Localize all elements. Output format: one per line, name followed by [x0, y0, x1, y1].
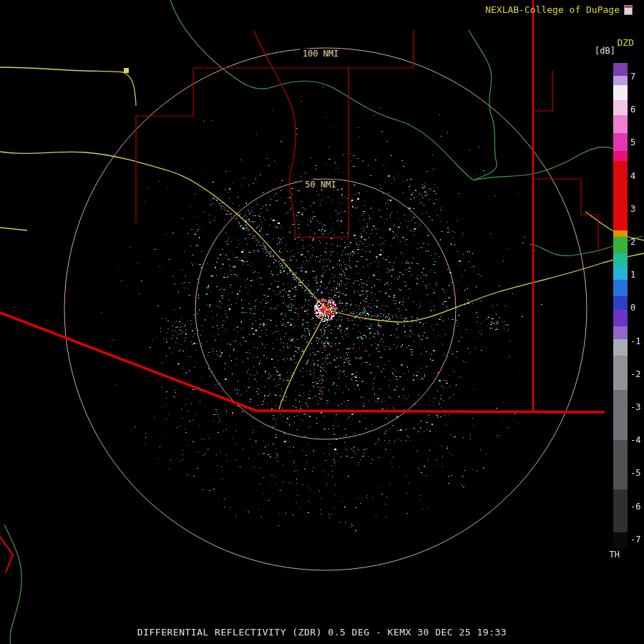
county-border-path [348, 30, 414, 68]
colorbar-segment [613, 339, 628, 356]
colorbar-segment [613, 115, 628, 133]
colorbar-tick: -2 [630, 369, 640, 379]
colorbar-tick: 5 [630, 137, 635, 147]
highway-path [279, 309, 326, 409]
colorbar-segment [613, 326, 628, 339]
colorbar-segment [613, 253, 628, 266]
colorbar-tick: -1 [630, 336, 640, 346]
colorbar-segment [613, 489, 628, 532]
colorbar-units-label: [dB] [595, 46, 615, 56]
river-path [4, 525, 21, 644]
town-marker [124, 68, 129, 73]
colorbar-segment [613, 100, 628, 115]
range-ring-50nmi [195, 179, 456, 439]
colorbar-segment [613, 390, 628, 439]
colorbar-segment [613, 161, 628, 230]
colorbar-segment [613, 85, 628, 100]
colorbar-threshold-label: TH [610, 550, 620, 560]
colorbar-segment [613, 63, 628, 76]
colorbar-tick: -6 [630, 502, 640, 512]
colorbar-tick: -4 [630, 435, 640, 445]
colorbar-segment [613, 230, 628, 237]
colorbar-segment [613, 296, 628, 309]
colorbar-tick: -3 [630, 402, 640, 412]
highway-path [0, 228, 27, 230]
state-border-path [0, 537, 13, 572]
colorbar-segment [613, 440, 628, 489]
colorbar-field-label: DZD [618, 37, 634, 48]
colorbar-segment [613, 532, 628, 548]
map-overlay [0, 0, 644, 644]
highway-path [0, 67, 136, 106]
colorbar-tick: 2 [630, 237, 635, 247]
river-path [170, 0, 474, 180]
county-border-path [533, 70, 598, 249]
range-ring-label-50nmi: 50 NMI [303, 180, 338, 190]
colorbar-segment [613, 356, 628, 390]
product-caption: DIFFERENTIAL REFLECTIVITY (ZDR) 0.5 DEG … [0, 627, 644, 638]
radar-display: NEXLAB-College of DuPage DZD [dB] TH 765… [0, 0, 644, 644]
colorbar-tick: -7 [630, 535, 640, 545]
colorbar-tick: 3 [630, 204, 635, 214]
range-ring-label-100nmi: 100 NMI [301, 49, 341, 59]
state-border-path [256, 411, 605, 412]
branding-text: NEXLAB-College of DuPage [485, 4, 620, 15]
county-border-path [136, 68, 348, 238]
branding: NEXLAB-College of DuPage [485, 4, 633, 15]
colorbar-segment [613, 280, 628, 296]
colorbar-segment [613, 151, 628, 161]
colorbar-tick: 1 [630, 270, 635, 280]
state-border-path [0, 313, 256, 411]
river-path [469, 30, 497, 180]
colorbar-segment [613, 310, 628, 326]
county-border-path [254, 31, 296, 238]
colorbar-tick: 4 [630, 171, 635, 181]
colorbar-segment [613, 237, 628, 253]
colorbar-tick: 6 [630, 104, 635, 114]
range-ring-100nmi [64, 48, 587, 570]
highway-path [326, 253, 644, 322]
colorbar-tick: 0 [630, 303, 635, 313]
colorbar [613, 63, 628, 548]
colorbar-segment [613, 267, 628, 280]
colorbar-tick: 7 [630, 72, 635, 82]
colorbar-segment [613, 133, 628, 151]
highway-path [0, 152, 326, 309]
colorbar-segment [613, 76, 628, 86]
brand-page-icon [624, 5, 633, 15]
colorbar-tick: -5 [630, 468, 640, 478]
